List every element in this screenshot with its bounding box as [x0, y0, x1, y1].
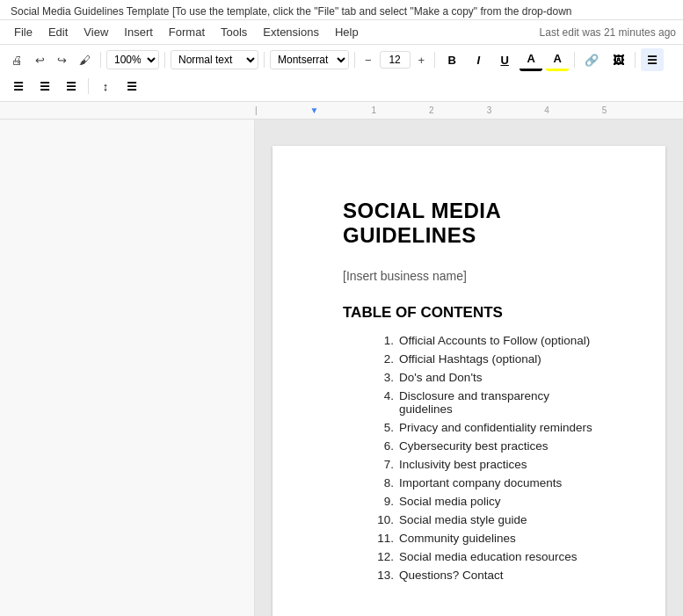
toc-item: 11.Community guidelines	[369, 532, 595, 545]
print-button[interactable]: 🖨	[7, 51, 27, 69]
toc-num: 12.	[369, 550, 394, 563]
ruler: | ▼ 1 2 3 4 5	[0, 102, 683, 120]
font-size-decrease-button[interactable]: −	[360, 51, 376, 69]
toc-num: 3.	[369, 371, 394, 384]
toc-item: 12.Social media education resources	[369, 550, 595, 563]
toc-text: Cybersecurity best practices	[399, 439, 549, 453]
menu-tools[interactable]: Tools	[214, 22, 254, 42]
toc-item: 9.Social media policy	[369, 495, 595, 508]
menu-file[interactable]: File	[7, 22, 40, 42]
italic-button[interactable]: I	[467, 48, 490, 71]
zoom-select[interactable]: 100%	[106, 50, 159, 69]
line-spacing-button[interactable]: ↕	[94, 75, 117, 98]
menu-help[interactable]: Help	[328, 22, 366, 42]
highlight-button[interactable]: A	[546, 48, 569, 71]
toc-num: 5.	[369, 421, 394, 434]
toc-item: 5.Privacy and confidentiality reminders	[369, 421, 595, 434]
toc-num: 8.	[369, 476, 394, 489]
toc-num: 13.	[369, 569, 394, 582]
font-color-button[interactable]: A	[520, 48, 542, 71]
document-title: Social Media Guidelines Template [To use…	[11, 5, 571, 18]
toc-num: 2.	[369, 352, 394, 366]
toc-item: 8.Important company documents	[369, 476, 595, 489]
divider-8	[88, 78, 89, 94]
toc-text: Social media policy	[399, 495, 501, 508]
align-justify-button[interactable]: ☰	[60, 75, 83, 98]
toc-item: 6.Cybersecurity best practices	[369, 439, 595, 453]
divider-6	[574, 52, 575, 68]
toc-item: 7.Inclusivity best practices	[369, 458, 595, 471]
document-area[interactable]: SOCIAL MEDIA GUIDELINES [Insert business…	[255, 120, 683, 616]
toc-num: 7.	[369, 458, 394, 471]
menu-insert[interactable]: Insert	[117, 22, 160, 42]
toc-text: Official Accounts to Follow (optional)	[399, 334, 590, 347]
divider-3	[264, 52, 265, 68]
insert-image-button[interactable]: 🖼	[607, 48, 629, 71]
divider-2	[164, 52, 165, 68]
main-area: SOCIAL MEDIA GUIDELINES [Insert business…	[0, 120, 683, 616]
toc-item: 2.Official Hashtags (optional)	[369, 352, 595, 366]
toc-text: Community guidelines	[399, 532, 516, 545]
toc-text: Disclosure and transparency guidelines	[399, 389, 595, 416]
toc-item: 1.Official Accounts to Follow (optional)	[369, 334, 595, 347]
toc-text: Do's and Don'ts	[399, 371, 482, 384]
toc-num: 4.	[369, 389, 394, 416]
toc-num: 11.	[369, 532, 394, 545]
menu-format[interactable]: Format	[162, 22, 212, 42]
align-right-button[interactable]: ☰	[33, 75, 56, 98]
last-edit-label: Last edit was 21 minutes ago	[540, 26, 676, 39]
undo-button[interactable]: ↩	[31, 51, 49, 69]
align-center-button[interactable]: ☰	[7, 75, 30, 98]
toc-text: Inclusivity best practices	[399, 458, 527, 471]
document-subtitle: [Insert business name]	[343, 269, 595, 283]
font-select[interactable]: Montserrat	[270, 50, 349, 69]
document: SOCIAL MEDIA GUIDELINES [Insert business…	[272, 146, 665, 616]
toc-item: 13.Questions? Contact	[369, 569, 595, 582]
title-bar: Social Media Guidelines Template [To use…	[0, 0, 683, 20]
menu-bar: File Edit View Insert Format Tools Exten…	[0, 20, 683, 45]
toc-num: 6.	[369, 439, 394, 453]
divider-5	[434, 52, 435, 68]
document-main-title: SOCIAL MEDIA GUIDELINES	[343, 199, 595, 248]
divider-4	[354, 52, 355, 68]
align-left-button[interactable]: ☰	[641, 48, 664, 71]
link-button[interactable]: 🔗	[580, 48, 603, 71]
bold-button[interactable]: B	[440, 48, 463, 71]
divider-1	[100, 52, 101, 68]
toc-text: Important company documents	[399, 476, 562, 489]
underline-button[interactable]: U	[493, 48, 516, 71]
paint-format-button[interactable]: 🖌	[75, 51, 95, 69]
toc-num: 9.	[369, 495, 394, 508]
toc-text: Social media style guide	[399, 513, 527, 526]
toc-num: 10.	[369, 513, 394, 526]
toc-text: Social media education resources	[399, 550, 578, 563]
toc-item: 4.Disclosure and transparency guidelines	[369, 389, 595, 416]
list-button[interactable]: ☰	[120, 75, 143, 98]
font-size-increase-button[interactable]: +	[414, 51, 430, 69]
menu-edit[interactable]: Edit	[41, 22, 75, 42]
sidebar	[0, 120, 255, 616]
menu-view[interactable]: View	[76, 22, 115, 42]
toc-item: 10.Social media style guide	[369, 513, 595, 526]
toc-num: 1.	[369, 334, 394, 347]
toc-title: TABLE OF CONTENTS	[343, 304, 595, 322]
toc-item: 3.Do's and Don'ts	[369, 371, 595, 384]
redo-button[interactable]: ↪	[53, 51, 71, 69]
divider-7	[635, 52, 636, 68]
ruler-marks: | ▼ 1 2 3 4 5	[255, 105, 607, 115]
paragraph-style-select[interactable]: Normal text	[171, 50, 258, 69]
toc-text: Questions? Contact	[399, 569, 504, 582]
toc-list: 1.Official Accounts to Follow (optional)…	[369, 334, 595, 582]
toc-text: Privacy and confidentiality reminders	[399, 421, 592, 434]
toolbar: 🖨 ↩ ↪ 🖌 100% Normal text Montserrat − + …	[0, 45, 683, 102]
font-size-input[interactable]	[380, 51, 411, 69]
menu-extensions[interactable]: Extensions	[256, 22, 326, 42]
toc-text: Official Hashtags (optional)	[399, 352, 541, 366]
